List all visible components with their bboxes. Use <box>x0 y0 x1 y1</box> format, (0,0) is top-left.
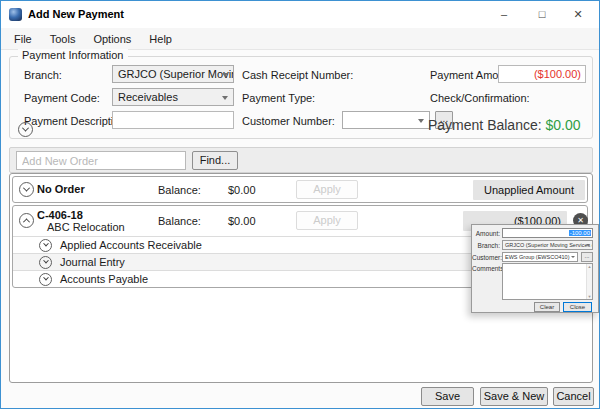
scroll-down-icon[interactable]: ▼ <box>588 294 592 299</box>
balance-label: Balance: <box>158 184 201 196</box>
branch-label: Branch: <box>472 242 500 249</box>
expand-order-button[interactable] <box>19 182 34 197</box>
payment-description-input[interactable] <box>112 111 234 129</box>
customer-number-label: Customer Number: <box>242 115 335 127</box>
maximize-button[interactable]: □ <box>527 5 557 24</box>
amount-label: Amount: <box>472 230 500 237</box>
save-and-new-button[interactable]: Save & New <box>480 387 548 406</box>
group-legend: Payment Information <box>18 49 128 61</box>
menu-file[interactable]: File <box>5 30 41 48</box>
menu-help[interactable]: Help <box>140 30 181 48</box>
balance-label: Balance: <box>158 215 201 227</box>
save-button[interactable]: Save <box>421 387 474 406</box>
customer-number-select[interactable] <box>342 111 430 129</box>
chevron-down-icon <box>222 73 228 77</box>
selected-amount-text: -100.00 <box>569 230 591 236</box>
branch-select[interactable]: GRJCO (Superior Moving Services of CO) <box>502 240 593 250</box>
order-title: No Order <box>37 183 85 195</box>
menu-tools[interactable]: Tools <box>41 30 85 48</box>
chevron-down-icon <box>418 119 424 123</box>
chevron-down-icon <box>23 185 30 192</box>
section-label: Accounts Payable <box>60 273 148 285</box>
chevron-down-icon <box>43 258 49 264</box>
chevron-down-icon <box>571 256 575 258</box>
expand-section-button[interactable] <box>39 256 52 269</box>
order-row-no-order[interactable]: No Order Balance: $0.00 Apply Unapplied … <box>12 176 588 203</box>
customer-value: EWS Group (EWSCO410) <box>505 254 570 260</box>
customer-lookup-button[interactable]: ... <box>581 252 593 262</box>
clear-button[interactable]: Clear <box>534 302 560 312</box>
branch-select[interactable]: GRJCO (Superior Movir <box>112 65 234 83</box>
chevron-down-icon <box>222 96 228 100</box>
apply-button[interactable]: Apply <box>296 180 358 199</box>
add-new-payment-window: Add New Payment – □ ✕ File Tools Options… <box>0 0 600 409</box>
order-title: C-406-18 <box>37 209 83 221</box>
expand-section-button[interactable] <box>39 273 52 286</box>
branch-value: GRJCO (Superior Movir <box>118 68 234 80</box>
menu-bar: File Tools Options Help <box>1 28 599 50</box>
section-label: Journal Entry <box>60 256 125 268</box>
scrollbar[interactable]: ▲ ▼ <box>586 264 592 299</box>
balance-value: $0.00 <box>228 184 256 196</box>
order-subtitle: ABC Relocation <box>47 221 125 233</box>
unapplied-amount-box[interactable]: Unapplied Amount <box>473 180 585 200</box>
apply-button[interactable]: Apply <box>296 211 358 230</box>
menu-options[interactable]: Options <box>84 30 140 48</box>
branch-label: Branch: <box>24 69 62 81</box>
order-search-strip: Find... <box>9 147 593 173</box>
amount-input[interactable]: -100.00 <box>502 228 593 238</box>
add-new-order-input[interactable] <box>16 151 186 170</box>
scroll-up-icon[interactable]: ▲ <box>588 264 592 269</box>
close-button[interactable]: ✕ <box>563 5 593 24</box>
chevron-down-icon <box>22 125 29 132</box>
payment-type-label: Payment Type: <box>242 92 315 104</box>
payment-code-select[interactable]: Receivables <box>112 88 234 106</box>
cash-receipt-number-label: Cash Receipt Number: <box>242 69 353 81</box>
comments-textarea[interactable]: ▲ ▼ <box>502 263 593 300</box>
balance-value: $0.00 <box>228 215 256 227</box>
expand-payment-info-button[interactable] <box>18 122 33 137</box>
minimize-button[interactable]: – <box>489 5 519 24</box>
customer-select[interactable]: EWS Group (EWSCO410) <box>502 252 578 262</box>
app-logo-icon <box>9 8 22 21</box>
comments-label: Comments: <box>472 265 500 272</box>
payment-information-group: Payment Information Branch: GRJCO (Super… <box>9 56 593 139</box>
chevron-down-icon <box>586 244 590 246</box>
payment-balance-label: Payment Balance: <box>428 117 542 133</box>
window-title: Add New Payment <box>28 8 124 20</box>
section-label: Applied Accounts Receivable <box>60 239 202 251</box>
payment-amount-input[interactable] <box>498 65 586 83</box>
payment-code-label: Payment Code: <box>24 92 100 104</box>
close-popup-button[interactable]: Close <box>563 302 592 312</box>
amount-detail-popup: Amount: -100.00 Branch: GRJCO (Superior … <box>471 224 599 313</box>
payment-code-value: Receivables <box>118 91 178 103</box>
chevron-down-icon <box>43 241 49 247</box>
cancel-button[interactable]: Cancel <box>553 387 594 406</box>
chevron-down-icon <box>43 275 49 281</box>
find-button[interactable]: Find... <box>192 151 238 170</box>
branch-value: GRJCO (Superior Moving Services of CO) <box>505 242 593 248</box>
chevron-up-icon <box>23 218 30 225</box>
payment-balance-value: $0.00 <box>546 117 581 133</box>
expand-section-button[interactable] <box>39 239 52 252</box>
collapse-order-button[interactable] <box>19 213 34 228</box>
title-bar: Add New Payment – □ ✕ <box>1 1 599 28</box>
payment-balance: Payment Balance: $0.00 <box>428 117 581 133</box>
customer-label: Customer: <box>472 254 500 261</box>
check-confirmation-label: Check/Confirmation: <box>430 92 530 104</box>
